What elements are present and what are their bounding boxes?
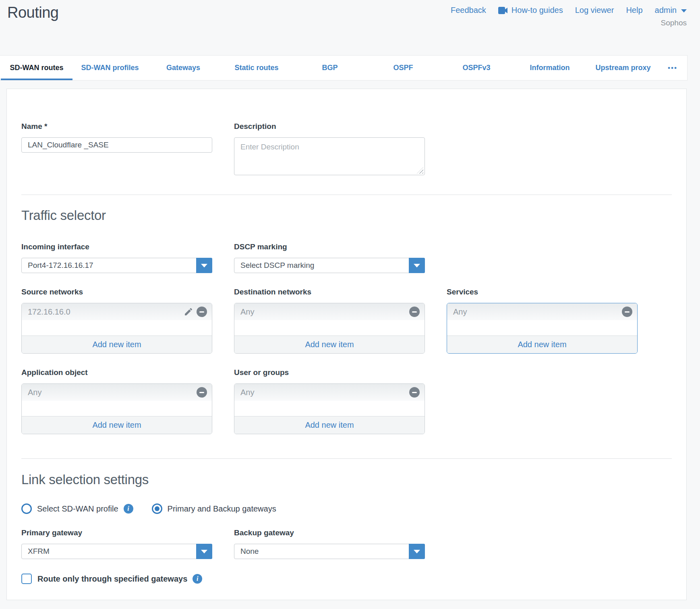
remove-icon[interactable]	[409, 387, 420, 398]
remove-icon[interactable]	[409, 307, 420, 317]
more-tabs-button[interactable]: •••	[660, 56, 686, 80]
tab-sdwan-routes[interactable]: SD-WAN routes	[0, 56, 73, 80]
section-divider	[21, 195, 672, 195]
application-object-add-button[interactable]: Add new item	[22, 416, 212, 434]
tab-ospfv3[interactable]: OSPFv3	[440, 56, 513, 80]
application-object-box: Any Add new item	[21, 383, 212, 434]
backup-gateway-select[interactable]: None	[234, 544, 425, 559]
info-icon[interactable]: i	[124, 504, 133, 514]
tab-bar: SD-WAN routes SD-WAN profiles Gateways S…	[0, 55, 688, 81]
remove-icon[interactable]	[197, 307, 207, 317]
chevron-down-icon[interactable]	[196, 258, 212, 273]
destination-networks-item: Any	[234, 303, 425, 320]
services-label: Services	[447, 288, 638, 296]
chevron-down-icon[interactable]	[196, 544, 212, 559]
brand-label: Sophos	[661, 19, 687, 27]
services-item: Any	[447, 303, 637, 320]
chevron-down-icon[interactable]	[409, 544, 425, 559]
tab-information[interactable]: Information	[513, 56, 586, 80]
top-nav: Feedback How-to guides Log viewer Help a…	[451, 6, 687, 15]
services-box: Any Add new item	[447, 303, 638, 354]
user-or-groups-label: User or groups	[234, 368, 425, 377]
user-or-groups-item-text: Any	[240, 388, 409, 397]
tab-static-routes[interactable]: Static routes	[220, 56, 293, 80]
application-object-item: Any	[22, 384, 212, 401]
application-object-item-text: Any	[28, 388, 197, 397]
help-label: Help	[626, 6, 642, 15]
user-or-groups-box: Any Add new item	[234, 383, 425, 434]
tab-sdwan-profiles[interactable]: SD-WAN profiles	[73, 56, 147, 80]
application-object-label: Application object	[21, 368, 212, 377]
incoming-interface-select[interactable]: Port4-172.16.16.17	[21, 258, 212, 273]
route-only-row: Route only through specified gateways i	[21, 574, 672, 584]
description-label: Description	[234, 122, 425, 131]
chevron-down-icon	[681, 9, 687, 12]
source-networks-item: 172.16.16.0	[22, 303, 212, 320]
destination-networks-item-text: Any	[240, 307, 409, 317]
feedback-link[interactable]: Feedback	[451, 6, 486, 15]
log-viewer-label: Log viewer	[575, 6, 614, 15]
primary-gateway-select[interactable]: XFRM	[21, 544, 212, 559]
edit-icon[interactable]	[184, 307, 193, 317]
source-networks-box-body	[22, 320, 212, 336]
howto-guides-link[interactable]: How-to guides	[498, 6, 563, 15]
application-object-box-body	[22, 401, 212, 416]
remove-icon[interactable]	[197, 387, 207, 398]
log-viewer-link[interactable]: Log viewer	[575, 6, 614, 15]
user-or-groups-box-body	[234, 401, 425, 416]
tab-gateways[interactable]: Gateways	[147, 56, 220, 80]
link-selection-radio-group: Select SD-WAN profile i Primary and Back…	[21, 503, 672, 514]
info-icon[interactable]: i	[193, 574, 202, 584]
destination-networks-box: Any Add new item	[234, 303, 425, 354]
tab-ospf[interactable]: OSPF	[367, 56, 440, 80]
page-title: Routing	[7, 4, 58, 21]
name-label: Name *	[21, 122, 212, 131]
video-camera-icon	[498, 7, 508, 14]
account-label: admin	[655, 6, 677, 15]
dscp-marking-value: Select DSCP marking	[234, 261, 409, 270]
incoming-interface-value: Port4-172.16.16.17	[22, 261, 196, 270]
user-or-groups-item: Any	[234, 384, 425, 401]
route-only-label: Route only through specified gateways	[37, 574, 187, 584]
name-input[interactable]	[21, 137, 212, 153]
incoming-interface-label: Incoming interface	[21, 242, 212, 251]
radio-select-sdwan-profile[interactable]	[21, 503, 32, 514]
destination-networks-add-button[interactable]: Add new item	[234, 336, 425, 353]
user-or-groups-add-button[interactable]: Add new item	[234, 416, 425, 434]
source-networks-add-button[interactable]: Add new item	[22, 336, 212, 353]
backup-gateway-value: None	[234, 547, 409, 556]
destination-networks-box-body	[234, 320, 425, 336]
howto-guides-label: How-to guides	[512, 6, 563, 15]
description-input[interactable]	[234, 137, 425, 175]
feedback-label: Feedback	[451, 6, 486, 15]
dscp-marking-select[interactable]: Select DSCP marking	[234, 258, 425, 273]
radio-primary-backup-gateways-label: Primary and Backup gateways	[168, 504, 276, 514]
source-networks-box: 172.16.16.0 Add new item	[21, 303, 212, 354]
source-networks-item-text: 172.16.16.0	[28, 307, 184, 317]
backup-gateway-label: Backup gateway	[234, 528, 425, 537]
link-selection-heading: Link selection settings	[21, 472, 672, 487]
radio-select-sdwan-profile-label: Select SD-WAN profile	[37, 504, 118, 514]
section-divider	[21, 458, 672, 459]
chevron-down-icon[interactable]	[409, 258, 425, 273]
traffic-selector-heading: Traffic selector	[21, 208, 672, 223]
primary-gateway-label: Primary gateway	[21, 528, 212, 537]
dscp-marking-label: DSCP marking	[234, 242, 425, 251]
sdwan-route-form: Name * Description Traffic selector Inco…	[6, 89, 687, 600]
primary-gateway-value: XFRM	[22, 547, 196, 556]
route-only-checkbox[interactable]	[21, 574, 32, 584]
services-item-text: Any	[453, 307, 622, 317]
services-add-button[interactable]: Add new item	[447, 336, 637, 353]
radio-primary-backup-gateways[interactable]	[152, 503, 162, 514]
tab-upstream-proxy[interactable]: Upstream proxy	[586, 56, 660, 80]
source-networks-label: Source networks	[21, 288, 212, 296]
remove-icon[interactable]	[622, 307, 632, 317]
services-box-body	[447, 320, 637, 336]
destination-networks-label: Destination networks	[234, 288, 425, 296]
help-link[interactable]: Help	[626, 6, 642, 15]
tab-bgp[interactable]: BGP	[293, 56, 367, 80]
account-menu[interactable]: admin	[655, 6, 687, 15]
